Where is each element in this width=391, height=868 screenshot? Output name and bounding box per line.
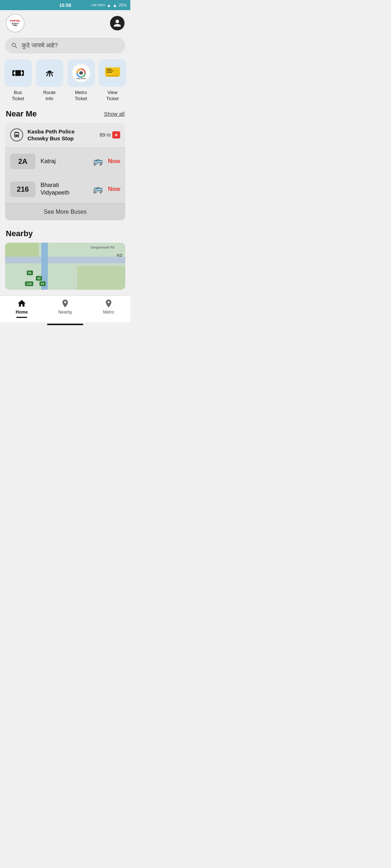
- nav-metro-label: Metro: [103, 310, 114, 315]
- profile-button[interactable]: [110, 16, 125, 30]
- svg-rect-18: [106, 69, 112, 70]
- action-view-ticket[interactable]: ViewTicket: [98, 59, 127, 102]
- bus-marker-110: 11D: [25, 281, 33, 286]
- route-row-216[interactable]: 216 BharatiVidyapeeth 🚌 Now: [5, 175, 125, 203]
- bus-stop-icon: [10, 128, 23, 141]
- svg-rect-20: [106, 72, 112, 73]
- metro-ticket-label: MetroTicket: [75, 90, 87, 102]
- nearby-icon: [60, 299, 70, 308]
- nearby-section: Nearby Sangamwadi Rd KO 51 42 11D 21: [0, 226, 130, 290]
- metro-ticket-icon-box: PUNE METRO: [67, 59, 95, 87]
- route-info-icon: [42, 66, 57, 80]
- map-road-horizontal: [5, 257, 125, 263]
- nearby-title: Nearby: [0, 229, 130, 243]
- bus-stop-distance: 89 m ➤: [100, 131, 120, 139]
- action-bus-ticket[interactable]: BusTicket: [4, 59, 32, 102]
- show-all-button[interactable]: Show all: [104, 111, 125, 117]
- nav-home[interactable]: Home: [0, 299, 43, 318]
- route-info-icon-box: [36, 59, 63, 87]
- bus-marker-21: 21: [39, 281, 46, 286]
- route-number-2a: 2A: [10, 154, 35, 169]
- status-icons: 146 KB/S ▲ ▲ 25%: [91, 3, 127, 8]
- wifi-icon: ▲: [106, 3, 111, 8]
- route-status-2a: Now: [108, 158, 120, 165]
- app-logo: PMPML पुणे महानगर परिवहन: [6, 14, 25, 33]
- bus-stop-name: Kasba Peth Police Chowky Bus Stop: [28, 128, 95, 142]
- route-bus-icon-216: 🚌: [93, 184, 103, 194]
- svg-rect-9: [79, 72, 83, 75]
- svg-rect-11: [81, 71, 82, 72]
- svg-text:PUNE METRO: PUNE METRO: [76, 78, 86, 79]
- view-ticket-icon: [105, 67, 120, 80]
- profile-icon: [113, 19, 122, 27]
- map-green-area-1: [5, 243, 39, 257]
- map-background: Sangamwadi Rd KO 51 42 11D 21: [5, 243, 125, 290]
- route-row-2a[interactable]: 2A Katraj 🚌 Now: [5, 148, 125, 175]
- route-number-216: 216: [10, 182, 35, 197]
- bus-ticket-icon: [11, 66, 25, 80]
- logo-text: PMPML पुणे महानगर परिवहन: [10, 20, 21, 27]
- nav-home-underline: [16, 317, 27, 318]
- distance-value: 89 m: [100, 132, 111, 138]
- near-me-title: Near Me: [6, 109, 37, 119]
- nav-nearby-label: Nearby: [58, 310, 72, 315]
- metro-logo: PUNE METRO: [72, 64, 91, 82]
- action-route-info[interactable]: RouteInfo: [35, 59, 64, 102]
- see-more-buses-button[interactable]: See More Buses: [5, 203, 125, 220]
- direction-arrow-icon: ➤: [112, 131, 120, 139]
- route-destination-216: BharatiVidyapeeth: [41, 182, 88, 197]
- svg-rect-19: [106, 71, 114, 71]
- action-metro-ticket[interactable]: PUNE METRO MetroTicket: [67, 59, 95, 102]
- route-status-216: Now: [108, 186, 120, 192]
- bus-marker-51: 51: [27, 271, 33, 275]
- bus-stop-header: Kasba Peth Police Chowky Bus Stop 89 m ➤: [5, 123, 125, 147]
- metro-nav-icon: [104, 299, 113, 308]
- bus-marker-42: 42: [36, 276, 42, 281]
- nav-metro[interactable]: Metro: [87, 299, 130, 318]
- bottom-gesture-bar: [47, 324, 83, 325]
- bus-ticket-label: BusTicket: [12, 90, 24, 102]
- bus-ticket-icon-box: [4, 59, 32, 87]
- battery-percent: 25%: [119, 3, 127, 7]
- search-placeholder: कुठे जायचे आहे?: [22, 42, 58, 49]
- route-bus-icon-2a: 🚌: [93, 157, 103, 166]
- home-icon: [17, 299, 26, 308]
- status-bar: 15:58 146 KB/S ▲ ▲ 25%: [0, 0, 130, 10]
- svg-point-4: [21, 72, 23, 74]
- search-icon: [11, 42, 18, 49]
- status-time: 15:58: [59, 3, 71, 8]
- svg-point-3: [13, 72, 16, 74]
- view-ticket-label: ViewTicket: [106, 90, 118, 102]
- map-road-label: Sangamwadi Rd: [91, 246, 114, 249]
- nav-nearby[interactable]: Nearby: [43, 299, 87, 318]
- map-corner-label: KO: [117, 254, 122, 258]
- view-ticket-icon-box: [99, 59, 126, 87]
- nav-home-label: Home: [16, 310, 28, 315]
- near-me-header: Near Me Show all: [0, 109, 130, 123]
- app-header: PMPML पुणे महानगर परिवहन: [0, 10, 130, 36]
- quick-actions: BusTicket RouteInfo: [0, 59, 130, 109]
- search-bar[interactable]: कुठे जायचे आहे?: [5, 38, 125, 54]
- data-speed: 146 KB/S: [91, 3, 105, 7]
- svg-rect-10: [80, 71, 81, 72]
- route-info-label: RouteInfo: [43, 90, 56, 102]
- map-preview[interactable]: Sangamwadi Rd KO 51 42 11D 21: [5, 243, 125, 290]
- bottom-nav: Home Nearby Metro: [0, 295, 130, 322]
- map-green-area-2: [77, 266, 125, 290]
- signal-icon: ▲: [113, 3, 117, 8]
- bus-icon: [13, 131, 20, 139]
- metro-logo-svg: PUNE METRO: [75, 67, 87, 79]
- bus-stop-card: Kasba Peth Police Chowky Bus Stop 89 m ➤…: [5, 123, 125, 220]
- route-destination-2a: Katraj: [41, 158, 88, 165]
